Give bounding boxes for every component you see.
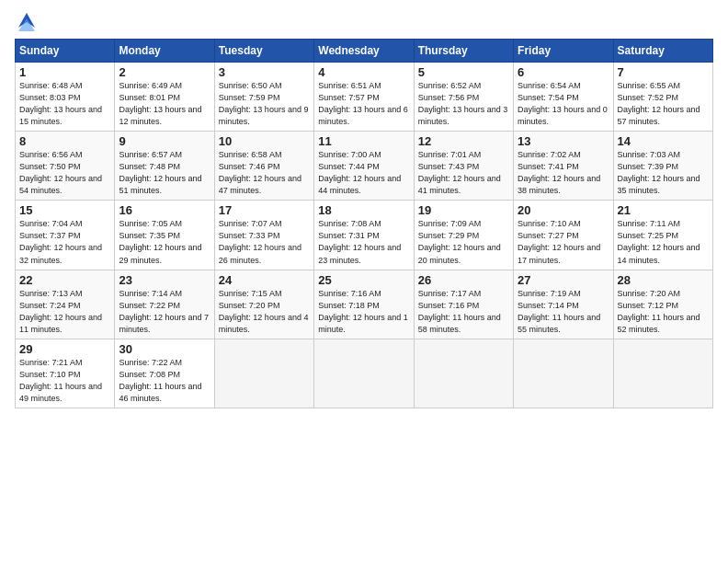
day-number: 19 <box>418 203 509 217</box>
day-number: 12 <box>418 134 509 148</box>
day-info: Sunrise: 7:08 AMSunset: 7:31 PMDaylight:… <box>318 219 401 264</box>
day-info: Sunrise: 7:11 AMSunset: 7:25 PMDaylight:… <box>618 219 700 264</box>
calendar-week-5: 29Sunrise: 7:21 AMSunset: 7:10 PMDayligh… <box>16 339 713 408</box>
calendar-cell: 7Sunrise: 6:55 AMSunset: 7:52 PMDaylight… <box>613 63 712 132</box>
day-info: Sunrise: 7:03 AMSunset: 7:39 PMDaylight:… <box>618 150 700 195</box>
calendar-cell: 15Sunrise: 7:04 AMSunset: 7:37 PMDayligh… <box>16 201 115 270</box>
calendar-cell <box>214 339 313 408</box>
calendar-header-monday: Monday <box>115 40 214 63</box>
day-number: 17 <box>219 203 310 217</box>
day-info: Sunrise: 6:57 AMSunset: 7:48 PMDaylight:… <box>119 150 201 195</box>
day-number: 10 <box>219 134 310 148</box>
day-number: 5 <box>418 65 509 79</box>
day-number: 20 <box>518 203 609 217</box>
day-info: Sunrise: 7:14 AMSunset: 7:22 PMDaylight:… <box>119 289 209 334</box>
calendar-cell: 17Sunrise: 7:07 AMSunset: 7:33 PMDayligh… <box>214 201 313 270</box>
calendar-cell: 21Sunrise: 7:11 AMSunset: 7:25 PMDayligh… <box>613 201 712 270</box>
calendar-week-2: 8Sunrise: 6:56 AMSunset: 7:50 PMDaylight… <box>16 132 713 201</box>
day-info: Sunrise: 6:49 AMSunset: 8:01 PMDaylight:… <box>119 81 201 126</box>
calendar-cell <box>414 339 513 408</box>
logo-arrow-icon <box>17 11 37 31</box>
day-info: Sunrise: 6:51 AMSunset: 7:57 PMDaylight:… <box>318 81 408 126</box>
day-info: Sunrise: 6:55 AMSunset: 7:52 PMDaylight:… <box>618 81 700 126</box>
day-number: 11 <box>318 134 409 148</box>
day-number: 14 <box>618 134 709 148</box>
calendar-cell: 6Sunrise: 6:54 AMSunset: 7:54 PMDaylight… <box>514 63 613 132</box>
day-number: 23 <box>119 273 210 287</box>
calendar-cell: 28Sunrise: 7:20 AMSunset: 7:12 PMDayligh… <box>613 270 712 339</box>
day-number: 3 <box>219 65 310 79</box>
day-info: Sunrise: 6:56 AMSunset: 7:50 PMDaylight:… <box>19 150 102 195</box>
calendar-table: SundayMondayTuesdayWednesdayThursdayFrid… <box>15 39 713 408</box>
day-number: 21 <box>618 203 709 217</box>
day-info: Sunrise: 6:58 AMSunset: 7:46 PMDaylight:… <box>219 150 301 195</box>
day-info: Sunrise: 7:09 AMSunset: 7:29 PMDaylight:… <box>418 219 501 264</box>
day-number: 2 <box>119 65 210 79</box>
day-info: Sunrise: 6:48 AMSunset: 8:03 PMDaylight:… <box>19 81 102 126</box>
calendar-cell: 13Sunrise: 7:02 AMSunset: 7:41 PMDayligh… <box>514 132 613 201</box>
calendar-header-sunday: Sunday <box>16 40 115 63</box>
calendar-cell: 24Sunrise: 7:15 AMSunset: 7:20 PMDayligh… <box>214 270 313 339</box>
day-info: Sunrise: 7:04 AMSunset: 7:37 PMDaylight:… <box>19 219 102 264</box>
calendar-cell: 2Sunrise: 6:49 AMSunset: 8:01 PMDaylight… <box>115 63 214 132</box>
day-number: 7 <box>618 65 709 79</box>
day-number: 1 <box>19 65 110 79</box>
day-info: Sunrise: 7:00 AMSunset: 7:44 PMDaylight:… <box>318 150 401 195</box>
calendar-cell: 26Sunrise: 7:17 AMSunset: 7:16 PMDayligh… <box>414 270 513 339</box>
day-info: Sunrise: 7:21 AMSunset: 7:10 PMDaylight:… <box>19 358 102 403</box>
day-info: Sunrise: 7:02 AMSunset: 7:41 PMDaylight:… <box>518 150 600 195</box>
calendar-cell: 19Sunrise: 7:09 AMSunset: 7:29 PMDayligh… <box>414 201 513 270</box>
day-info: Sunrise: 6:54 AMSunset: 7:54 PMDaylight:… <box>518 81 608 126</box>
calendar-cell: 27Sunrise: 7:19 AMSunset: 7:14 PMDayligh… <box>514 270 613 339</box>
calendar-header-thursday: Thursday <box>414 40 513 63</box>
day-info: Sunrise: 7:10 AMSunset: 7:27 PMDaylight:… <box>518 219 600 264</box>
calendar-cell: 14Sunrise: 7:03 AMSunset: 7:39 PMDayligh… <box>613 132 712 201</box>
day-number: 25 <box>318 273 409 287</box>
day-info: Sunrise: 7:05 AMSunset: 7:35 PMDaylight:… <box>119 219 201 264</box>
day-number: 24 <box>219 273 310 287</box>
day-info: Sunrise: 7:15 AMSunset: 7:20 PMDaylight:… <box>219 289 309 334</box>
day-info: Sunrise: 7:01 AMSunset: 7:43 PMDaylight:… <box>418 150 501 195</box>
day-info: Sunrise: 7:17 AMSunset: 7:16 PMDaylight:… <box>418 289 501 334</box>
day-number: 29 <box>19 342 110 356</box>
day-number: 22 <box>19 273 110 287</box>
header <box>15 15 713 31</box>
calendar-header-friday: Friday <box>514 40 613 63</box>
calendar-week-3: 15Sunrise: 7:04 AMSunset: 7:37 PMDayligh… <box>16 201 713 270</box>
calendar-cell: 11Sunrise: 7:00 AMSunset: 7:44 PMDayligh… <box>314 132 414 201</box>
calendar-cell: 5Sunrise: 6:52 AMSunset: 7:56 PMDaylight… <box>414 63 513 132</box>
day-number: 30 <box>119 342 210 356</box>
day-info: Sunrise: 7:19 AMSunset: 7:14 PMDaylight:… <box>518 289 600 334</box>
day-number: 18 <box>318 203 409 217</box>
day-number: 26 <box>418 273 509 287</box>
calendar-cell: 9Sunrise: 6:57 AMSunset: 7:48 PMDaylight… <box>115 132 214 201</box>
calendar-cell <box>514 339 613 408</box>
calendar-cell <box>613 339 712 408</box>
calendar-cell: 10Sunrise: 6:58 AMSunset: 7:46 PMDayligh… <box>214 132 313 201</box>
calendar-cell: 16Sunrise: 7:05 AMSunset: 7:35 PMDayligh… <box>115 201 214 270</box>
day-number: 16 <box>119 203 210 217</box>
calendar-header-wednesday: Wednesday <box>314 40 414 63</box>
day-number: 9 <box>119 134 210 148</box>
day-number: 15 <box>19 203 110 217</box>
day-info: Sunrise: 6:52 AMSunset: 7:56 PMDaylight:… <box>418 81 508 126</box>
calendar-header-row: SundayMondayTuesdayWednesdayThursdayFrid… <box>16 40 713 63</box>
day-info: Sunrise: 7:20 AMSunset: 7:12 PMDaylight:… <box>618 289 700 334</box>
day-info: Sunrise: 6:50 AMSunset: 7:59 PMDaylight:… <box>219 81 309 126</box>
calendar-cell <box>314 339 414 408</box>
day-number: 13 <box>518 134 609 148</box>
calendar-cell: 20Sunrise: 7:10 AMSunset: 7:27 PMDayligh… <box>514 201 613 270</box>
page: SundayMondayTuesdayWednesdayThursdayFrid… <box>0 0 728 563</box>
day-number: 6 <box>518 65 609 79</box>
calendar-week-1: 1Sunrise: 6:48 AMSunset: 8:03 PMDaylight… <box>16 63 713 132</box>
calendar-cell: 29Sunrise: 7:21 AMSunset: 7:10 PMDayligh… <box>16 339 115 408</box>
calendar-cell: 12Sunrise: 7:01 AMSunset: 7:43 PMDayligh… <box>414 132 513 201</box>
calendar-cell: 30Sunrise: 7:22 AMSunset: 7:08 PMDayligh… <box>115 339 214 408</box>
day-number: 28 <box>618 273 709 287</box>
day-number: 8 <box>19 134 110 148</box>
calendar-cell: 1Sunrise: 6:48 AMSunset: 8:03 PMDaylight… <box>16 63 115 132</box>
calendar-header-tuesday: Tuesday <box>214 40 313 63</box>
day-info: Sunrise: 7:13 AMSunset: 7:24 PMDaylight:… <box>19 289 102 334</box>
day-info: Sunrise: 7:22 AMSunset: 7:08 PMDaylight:… <box>119 358 201 403</box>
day-info: Sunrise: 7:07 AMSunset: 7:33 PMDaylight:… <box>219 219 301 264</box>
